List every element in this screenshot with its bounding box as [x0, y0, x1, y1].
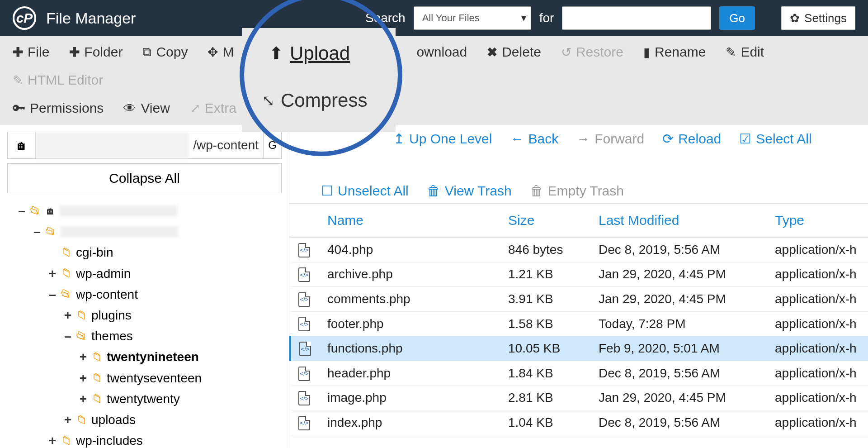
toggle-icon[interactable]: + [48, 430, 57, 448]
folder-open-icon: 📂︎ [45, 222, 57, 242]
edit-button[interactable]: ✎Edit [716, 38, 774, 66]
toggle-icon[interactable]: – [33, 221, 42, 242]
arrow-right-icon: → [576, 131, 590, 147]
tree-item-uploads[interactable]: +📁︎uploads [17, 410, 283, 430]
toggle-icon[interactable]: + [48, 263, 57, 284]
tree-item-twentynineteen[interactable]: +📁︎twentynineteen [17, 347, 283, 367]
column-size[interactable]: Size [503, 204, 593, 238]
path-go-button[interactable]: G [263, 132, 281, 158]
table-header-row: Name Size Last Modified Type [290, 204, 868, 238]
php-file-icon: </> [299, 342, 311, 356]
empty-trash-button[interactable]: 🗑︎Empty Trash [530, 183, 624, 199]
file-modified: Jan 29, 2020, 4:45 PM [593, 386, 769, 410]
php-file-icon: </> [298, 416, 310, 430]
tree-root[interactable]: –📂︎🏠︎ [17, 200, 283, 221]
tree-item-plugins[interactable]: +📁︎plugins [17, 305, 283, 326]
file-name: image.php [322, 386, 503, 410]
php-file-icon: </> [298, 292, 310, 307]
table-row[interactable]: </>index.php1.04 KBDec 8, 2019, 5:56 AMa… [290, 410, 868, 435]
search-label: Search [365, 11, 406, 25]
forward-button[interactable]: →Forward [576, 131, 644, 147]
tree-item[interactable]: –📂︎ [17, 221, 283, 242]
folder-icon: 📁︎ [91, 348, 103, 367]
tree-root-label-blurred [60, 205, 177, 216]
delete-button[interactable]: ✖Delete [477, 38, 551, 66]
upload-button[interactable]: ⬆︎ Upload [264, 41, 354, 66]
folder-button[interactable]: ✚Folder [59, 38, 132, 66]
search-input[interactable] [562, 6, 711, 30]
table-row[interactable]: </>comments.php3.91 KBJan 29, 2020, 4:45… [290, 287, 868, 312]
file-type: application/x-h [769, 238, 868, 262]
tree-item-wp-includes[interactable]: +📁︎wp-includes [17, 430, 283, 448]
toggle-icon[interactable]: + [79, 368, 88, 389]
html-editor-button[interactable]: ✎HTML Editor [3, 66, 113, 94]
download-button-partial[interactable]: ownload [406, 38, 477, 66]
file-modified: Dec 8, 2019, 5:56 AM [593, 410, 769, 435]
toggle-icon[interactable]: – [17, 200, 26, 221]
path-text[interactable]: /wp-content [189, 132, 263, 158]
file-button[interactable]: ✚File [3, 38, 59, 66]
plus-icon: ✚ [69, 45, 80, 60]
move-button[interactable]: ✥M [198, 38, 244, 66]
toggle-icon[interactable]: + [79, 347, 88, 367]
php-file-icon: </> [298, 367, 310, 381]
arrow-up-icon: ↥ [393, 131, 405, 147]
home-button[interactable]: 🏠︎ [8, 132, 36, 158]
tree-item-wp-content[interactable]: –📂︎wp-content [17, 284, 283, 305]
path-blurred [36, 132, 189, 158]
search-scope-select[interactable]: All Your Files [414, 6, 531, 30]
tree-item-wp-admin[interactable]: +📁︎wp-admin [17, 263, 283, 284]
permissions-button[interactable]: 🔑︎Permissions [3, 94, 113, 122]
folder-icon: 📁︎ [91, 368, 103, 388]
view-trash-button[interactable]: 🗑︎View Trash [427, 183, 512, 199]
table-row[interactable]: </>404.php846 bytesDec 8, 2019, 5:56 AMa… [290, 238, 868, 262]
extract-button[interactable]: ⤢Extra [180, 94, 246, 122]
table-row[interactable]: </>header.php1.84 KBDec 8, 2019, 5:56 AM… [290, 361, 868, 386]
unselect-all-button[interactable]: ☐Unselect All [321, 183, 409, 199]
view-button[interactable]: 👁︎View [113, 94, 179, 122]
file-icon: ▮ [643, 45, 650, 60]
copy-button[interactable]: ⧉Copy [132, 38, 198, 66]
table-row[interactable]: </>archive.php1.21 KBJan 29, 2020, 4:45 … [290, 262, 868, 287]
toggle-icon[interactable]: + [63, 305, 72, 326]
toggle-icon[interactable]: – [63, 326, 72, 347]
rename-button[interactable]: ▮Rename [633, 38, 716, 66]
tree-item-twentyseventeen[interactable]: +📁︎twentyseventeen [17, 368, 283, 389]
table-row[interactable]: </>footer.php1.58 KBToday, 7:28 PMapplic… [290, 311, 868, 336]
folder-icon: 📁︎ [61, 431, 72, 448]
reload-button[interactable]: ⟳Reload [662, 131, 721, 147]
uncheck-icon: ☐ [321, 183, 333, 199]
back-button[interactable]: ←Back [510, 131, 558, 147]
left-pane: 🏠︎ /wp-content G Collapse All –📂︎🏠︎ –📂︎ … [0, 124, 289, 448]
reload-icon: ⟳ [662, 131, 674, 147]
toggle-icon[interactable]: + [79, 389, 88, 410]
folder-tree: –📂︎🏠︎ –📂︎ 📁︎cgi-bin +📁︎wp-admin –📂︎wp-co… [5, 200, 283, 448]
settings-button[interactable]: ✿ Settings [781, 6, 855, 30]
compress-button[interactable]: ⤡ Compress [255, 86, 373, 115]
check-icon: ☑ [739, 131, 751, 147]
toggle-icon[interactable]: + [63, 410, 72, 430]
tree-item-themes[interactable]: –📂︎themes [17, 326, 283, 347]
file-modified: Feb 9, 2020, 5:01 AM [593, 336, 769, 361]
search-go-button[interactable]: Go [719, 6, 755, 30]
file-name: 404.php [322, 238, 503, 262]
up-one-level-button[interactable]: ↥Up One Level [393, 131, 492, 147]
file-name: header.php [322, 361, 503, 386]
folder-open-icon: 📂︎ [76, 327, 88, 346]
table-row[interactable]: </>functions.php10.05 KBFeb 9, 2020, 5:0… [290, 336, 868, 361]
table-row[interactable]: </>image.php2.81 KBJan 29, 2020, 4:45 PM… [290, 386, 868, 410]
column-type[interactable]: Type [769, 204, 868, 238]
restore-button[interactable]: ↺Restore [551, 38, 633, 66]
file-size: 1.21 KB [503, 262, 593, 287]
tree-item-twentytwenty[interactable]: +📁︎twentytwenty [17, 389, 283, 410]
gear-icon: ✿ [790, 11, 800, 25]
plus-icon: ✚ [13, 45, 23, 60]
column-modified[interactable]: Last Modified [593, 204, 769, 238]
column-name[interactable]: Name [322, 204, 503, 238]
select-all-button[interactable]: ☑Select All [739, 131, 811, 147]
key-icon: 🔑︎ [13, 101, 25, 116]
tree-item-cgi-bin[interactable]: 📁︎cgi-bin [17, 242, 283, 263]
toggle-icon[interactable]: – [48, 284, 57, 305]
collapse-all-button[interactable]: Collapse All [7, 163, 282, 193]
trash-icon: 🗑︎ [530, 183, 543, 199]
